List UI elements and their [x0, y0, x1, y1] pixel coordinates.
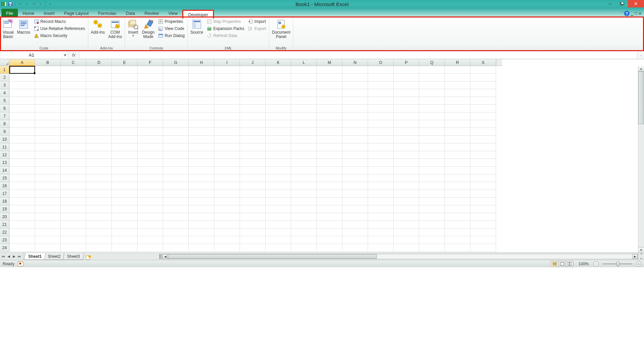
cell[interactable]: [9, 112, 35, 120]
cell[interactable]: [9, 128, 35, 136]
cell[interactable]: [445, 213, 470, 221]
cell[interactable]: [368, 81, 394, 89]
cell[interactable]: [394, 244, 419, 252]
document-panel-button[interactable]: i Document Panel: [271, 18, 292, 40]
page-break-view-icon[interactable]: [566, 261, 573, 267]
cell[interactable]: [419, 143, 445, 151]
cell[interactable]: [445, 112, 470, 120]
cell[interactable]: [112, 198, 137, 205]
cell[interactable]: [266, 174, 291, 182]
cell[interactable]: [240, 97, 266, 105]
cell[interactable]: [317, 74, 342, 81]
cell[interactable]: [266, 105, 291, 112]
scroll-up-button[interactable]: ▲: [638, 66, 644, 71]
sheet-tab-sheet3[interactable]: Sheet3: [63, 253, 84, 260]
cell[interactable]: [368, 89, 394, 97]
cell[interactable]: [266, 167, 291, 174]
row-header[interactable]: 15: [0, 174, 9, 182]
cell[interactable]: [240, 205, 266, 213]
cell[interactable]: [214, 97, 240, 105]
cell[interactable]: [9, 81, 35, 89]
zoom-out-button[interactable]: −: [593, 261, 599, 267]
cell[interactable]: [317, 81, 342, 89]
cell[interactable]: [86, 205, 112, 213]
cell[interactable]: [445, 182, 470, 190]
cell[interactable]: [470, 213, 496, 221]
cell[interactable]: [35, 174, 61, 182]
cell[interactable]: [445, 74, 470, 81]
workbook-close-icon[interactable]: ✕: [638, 11, 642, 16]
cell[interactable]: [214, 112, 240, 120]
cell[interactable]: [291, 229, 317, 236]
column-header[interactable]: K: [266, 59, 291, 66]
record-macro-button[interactable]: Record Macro: [32, 18, 87, 25]
cell[interactable]: [61, 221, 86, 229]
cell[interactable]: [112, 221, 137, 229]
cell[interactable]: [342, 213, 368, 221]
cell[interactable]: [112, 159, 137, 167]
cell[interactable]: [189, 112, 214, 120]
cell[interactable]: [9, 182, 35, 190]
maximize-button[interactable]: [616, 0, 628, 7]
cell[interactable]: [419, 128, 445, 136]
cell[interactable]: [266, 89, 291, 97]
cell[interactable]: [470, 221, 496, 229]
cell[interactable]: [317, 221, 342, 229]
cell[interactable]: [112, 128, 137, 136]
cell[interactable]: [317, 229, 342, 236]
row-header[interactable]: 18: [0, 198, 9, 205]
cell[interactable]: [240, 167, 266, 174]
cell[interactable]: [470, 105, 496, 112]
row-header[interactable]: 12: [0, 151, 9, 159]
zoom-slider-thumb[interactable]: [617, 262, 619, 266]
cell[interactable]: [214, 105, 240, 112]
cell[interactable]: [317, 66, 342, 74]
cell[interactable]: [112, 112, 137, 120]
cell[interactable]: [266, 221, 291, 229]
row-header[interactable]: 20: [0, 213, 9, 221]
cell[interactable]: [163, 151, 189, 159]
save-icon[interactable]: [7, 1, 13, 7]
cell[interactable]: [112, 244, 137, 252]
cell[interactable]: [240, 66, 266, 74]
hscroll-thumb[interactable]: [168, 254, 377, 259]
cell[interactable]: [317, 159, 342, 167]
cell[interactable]: [394, 229, 419, 236]
cell[interactable]: [394, 205, 419, 213]
cell[interactable]: [112, 213, 137, 221]
cell[interactable]: [317, 167, 342, 174]
cell[interactable]: [214, 229, 240, 236]
cell[interactable]: [137, 97, 163, 105]
cell[interactable]: [317, 89, 342, 97]
cell[interactable]: [112, 143, 137, 151]
cell[interactable]: [240, 236, 266, 244]
workbook-restore-icon[interactable]: ❐: [634, 12, 637, 15]
cell[interactable]: [137, 221, 163, 229]
cell[interactable]: [317, 112, 342, 120]
cell[interactable]: [86, 128, 112, 136]
cell[interactable]: [266, 74, 291, 81]
fx-icon[interactable]: fx: [69, 51, 79, 59]
cell[interactable]: [189, 174, 214, 182]
new-sheet-icon[interactable]: [85, 255, 92, 260]
cell[interactable]: [86, 190, 112, 198]
cell[interactable]: [317, 143, 342, 151]
cell[interactable]: [240, 120, 266, 128]
cell[interactable]: [419, 74, 445, 81]
cell[interactable]: [445, 128, 470, 136]
cell[interactable]: [214, 120, 240, 128]
cell[interactable]: [240, 143, 266, 151]
cell[interactable]: [368, 97, 394, 105]
sheet-tab-sheet2[interactable]: Sheet2: [43, 253, 65, 260]
row-header[interactable]: 7: [0, 112, 9, 120]
visual-basic-button[interactable]: Visual Basic: [1, 18, 15, 40]
cell[interactable]: [317, 136, 342, 143]
cell[interactable]: [61, 236, 86, 244]
vertical-scrollbar[interactable]: ▲ ▼: [638, 66, 644, 252]
cell[interactable]: [61, 143, 86, 151]
cell[interactable]: [86, 81, 112, 89]
cell[interactable]: [163, 120, 189, 128]
cell[interactable]: [470, 89, 496, 97]
column-header[interactable]: O: [368, 59, 394, 66]
cell[interactable]: [342, 198, 368, 205]
